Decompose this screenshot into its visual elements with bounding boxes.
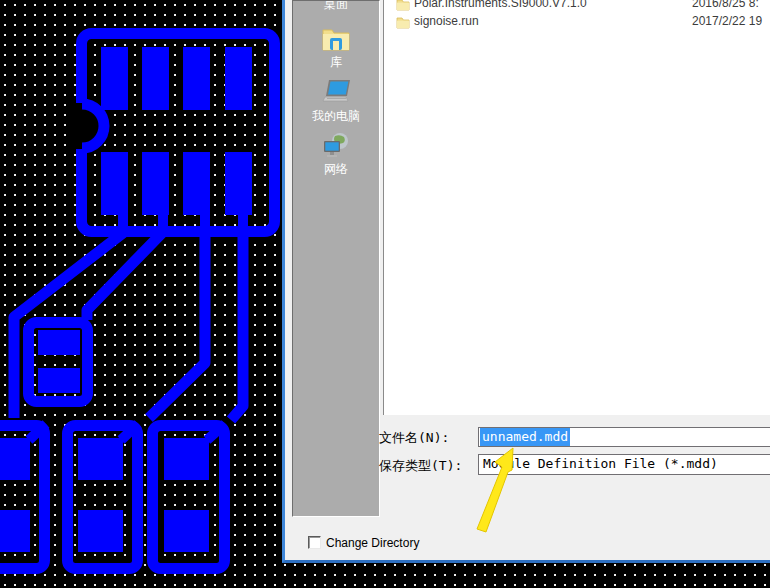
- filename-label: 文件名(N):: [379, 429, 449, 447]
- sidebar-item-desktop-label: 桌面: [293, 0, 379, 11]
- filetype-label: 保存类型(T):: [379, 457, 462, 475]
- file-name: signoise.run: [414, 14, 479, 28]
- libraries-icon: [321, 26, 351, 56]
- places-sidebar: 桌面 库: [292, 0, 380, 517]
- filetype-dropdown[interactable]: Module Definition File (*.mdd): [478, 454, 770, 475]
- file-list: Polar.Instruments.SI9000.V7.1.0 2016/8/2…: [383, 0, 770, 415]
- folder-icon: [396, 15, 410, 33]
- my-computer-icon: [320, 78, 352, 110]
- network-icon: [321, 132, 351, 163]
- small-footprint-pads: [38, 330, 80, 393]
- file-name: Polar.Instruments.SI9000.V7.1.0: [414, 0, 587, 10]
- file-row[interactable]: signoise.run 2017/2/22 19: [384, 12, 770, 30]
- file-date: 2016/8/25 8:: [692, 0, 759, 10]
- file-row[interactable]: Polar.Instruments.SI9000.V7.1.0 2016/8/2…: [384, 0, 770, 12]
- change-directory-checkbox[interactable]: [308, 536, 321, 549]
- ic-pads: [101, 47, 252, 229]
- save-as-dialog: 桌面 库: [282, 0, 770, 563]
- sidebar-item-libraries-label: 库: [293, 55, 379, 69]
- ic-notch-arc: [82, 104, 104, 148]
- filename-input[interactable]: unnamed.mdd: [478, 427, 770, 447]
- pcb-editor-canvas: 桌面 库: [0, 0, 770, 588]
- file-date: 2017/2/22 19: [692, 14, 762, 28]
- filetype-selected-value: Module Definition File (*.mdd): [483, 456, 718, 471]
- change-directory-label: Change Directory: [326, 536, 419, 550]
- sidebar-item-network-label: 网络: [293, 162, 379, 176]
- bottom-footprint-pads: [0, 438, 209, 552]
- filename-selected-text: unnamed.mdd: [480, 428, 570, 446]
- sidebar-item-my-computer-label: 我的电脑: [293, 109, 379, 123]
